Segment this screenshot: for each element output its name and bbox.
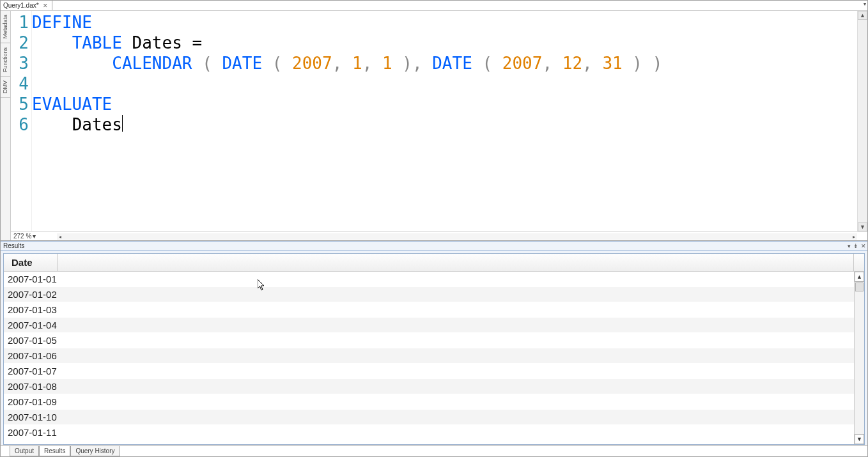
results-panel-title: Results bbox=[3, 242, 24, 249]
token-number: 2007 bbox=[292, 54, 332, 73]
results-panel-header: Results ▾ ⇟ ✕ bbox=[1, 241, 867, 251]
results-vertical-scrollbar[interactable]: ▲ ▼ bbox=[854, 272, 864, 444]
code-editor[interactable]: DEFINE TABLE Dates = CALENDAR ( DATE ( 2… bbox=[32, 11, 857, 231]
table-row[interactable]: 2007-01-04 bbox=[4, 318, 854, 333]
document-tab[interactable]: Query1.dax* ✕ bbox=[1, 1, 52, 10]
editor-view: 1 2 3 4 5 6 DEFINE TABLE Dates = CALENDA… bbox=[11, 11, 867, 231]
line-number: 3 bbox=[11, 53, 31, 74]
cell-date: 2007-01-04 bbox=[4, 320, 58, 330]
token-punct: ( bbox=[202, 54, 212, 73]
chevron-down-icon: ▾ bbox=[33, 233, 36, 240]
zoom-value: 272 % bbox=[13, 233, 31, 240]
tab-output[interactable]: Output bbox=[10, 446, 39, 456]
table-row[interactable]: 2007-01-10 bbox=[4, 410, 854, 425]
table-row[interactable]: 2007-01-09 bbox=[4, 394, 854, 410]
bottom-tab-bar: Output Results Query History bbox=[1, 445, 867, 456]
app-window: Query1.dax* ✕ ▾ Metadata Functions DMV 1… bbox=[0, 0, 868, 457]
panel-options-icon[interactable]: ▾ bbox=[848, 243, 851, 249]
table-row[interactable]: 2007-01-05 bbox=[4, 333, 854, 348]
token-number: 1 bbox=[352, 54, 362, 73]
cell-date: 2007-01-11 bbox=[4, 427, 58, 438]
results-panel-body: Date 2007-01-01 2007-01-02 2007-01-03 20… bbox=[1, 251, 867, 445]
cell-date: 2007-01-09 bbox=[4, 396, 58, 407]
results-grid-rows: 2007-01-01 2007-01-02 2007-01-03 2007-01… bbox=[4, 272, 854, 444]
token-number: 2007 bbox=[502, 54, 543, 73]
table-row[interactable]: 2007-01-07 bbox=[4, 364, 854, 379]
table-row[interactable]: 2007-01-01 bbox=[4, 272, 854, 287]
close-icon[interactable]: ✕ bbox=[42, 3, 49, 9]
column-header-empty bbox=[58, 254, 854, 271]
table-row[interactable]: 2007-01-08 bbox=[4, 379, 854, 394]
table-row[interactable]: 2007-01-02 bbox=[4, 287, 854, 302]
token-punct: ( bbox=[272, 54, 283, 73]
panel-close-icon[interactable]: ✕ bbox=[861, 243, 866, 249]
cell-date: 2007-01-10 bbox=[4, 412, 58, 422]
token-function: DATE bbox=[432, 54, 472, 73]
scroll-down-icon[interactable]: ▼ bbox=[855, 434, 864, 444]
token-keyword: EVALUATE bbox=[32, 95, 112, 114]
scroll-right-icon[interactable]: ▸ bbox=[851, 233, 857, 240]
panel-pin-icon[interactable]: ⇟ bbox=[853, 243, 858, 249]
line-number: 5 bbox=[11, 94, 31, 114]
header-scroll-spacer bbox=[854, 254, 864, 271]
table-row[interactable]: 2007-01-11 bbox=[4, 425, 854, 440]
cell-date: 2007-01-07 bbox=[4, 366, 58, 376]
editor-horizontal-scrollbar[interactable]: ◂ ▸ bbox=[57, 233, 857, 240]
side-tab-functions[interactable]: Functions bbox=[1, 43, 10, 77]
results-grid: Date 2007-01-01 2007-01-02 2007-01-03 20… bbox=[3, 253, 865, 445]
scroll-down-icon[interactable]: ▼ bbox=[858, 222, 867, 231]
editor-region: Metadata Functions DMV 1 2 3 4 5 6 DEFIN… bbox=[1, 11, 867, 241]
document-tab-title: Query1.dax* bbox=[3, 2, 39, 9]
editor-status-bar: 272 % ▾ ◂ ▸ bbox=[11, 231, 867, 240]
token-indent bbox=[32, 33, 72, 52]
token-keyword: DEFINE bbox=[32, 13, 92, 32]
line-number: 4 bbox=[11, 74, 31, 94]
scroll-thumb[interactable] bbox=[855, 283, 864, 291]
tab-overflow-dropdown[interactable]: ▾ bbox=[864, 1, 866, 7]
tab-results[interactable]: Results bbox=[39, 446, 70, 456]
token-keyword: TABLE bbox=[72, 33, 122, 52]
cell-date: 2007-01-08 bbox=[4, 381, 58, 392]
token-punct: ) bbox=[632, 54, 642, 73]
token-ident: Dates bbox=[72, 115, 122, 134]
token-indent bbox=[32, 54, 112, 73]
line-number: 1 bbox=[11, 12, 31, 33]
cell-date: 2007-01-05 bbox=[4, 335, 58, 346]
line-number: 6 bbox=[11, 114, 31, 135]
token-function: CALENDAR bbox=[112, 54, 192, 73]
table-row[interactable]: 2007-01-03 bbox=[4, 302, 854, 318]
token-number: 31 bbox=[602, 54, 622, 73]
cell-date: 2007-01-03 bbox=[4, 304, 58, 315]
cell-date: 2007-01-06 bbox=[4, 350, 58, 361]
editor-vertical-scrollbar[interactable]: ▲ ▼ bbox=[857, 11, 867, 231]
scroll-up-icon[interactable]: ▲ bbox=[855, 272, 864, 282]
results-grid-header: Date bbox=[4, 254, 864, 272]
table-row[interactable]: 2007-01-06 bbox=[4, 348, 854, 364]
text-cursor bbox=[122, 115, 123, 132]
editor-wrap: 1 2 3 4 5 6 DEFINE TABLE Dates = CALENDA… bbox=[11, 11, 867, 240]
tab-query-history[interactable]: Query History bbox=[70, 446, 120, 456]
document-tab-bar: Query1.dax* ✕ ▾ bbox=[1, 1, 867, 11]
token-function: DATE bbox=[222, 54, 262, 73]
token-indent bbox=[32, 115, 72, 134]
zoom-level[interactable]: 272 % ▾ bbox=[13, 233, 36, 240]
token-number: 1 bbox=[382, 54, 392, 73]
scroll-left-icon[interactable]: ◂ bbox=[57, 233, 63, 240]
side-tab-metadata[interactable]: Metadata bbox=[1, 11, 10, 43]
line-number: 2 bbox=[11, 33, 31, 53]
side-tool-tabs: Metadata Functions DMV bbox=[1, 11, 11, 240]
token-ident: Dates = bbox=[132, 33, 203, 52]
token-number: 12 bbox=[562, 54, 582, 73]
line-number-gutter: 1 2 3 4 5 6 bbox=[11, 11, 32, 231]
cell-date: 2007-01-02 bbox=[4, 289, 58, 300]
token-punct: ( bbox=[483, 54, 493, 73]
cell-date: 2007-01-01 bbox=[4, 274, 58, 284]
token-punct: ) bbox=[653, 54, 663, 73]
column-header-date[interactable]: Date bbox=[4, 254, 58, 271]
token-punct: ) bbox=[402, 54, 412, 73]
side-tab-dmv[interactable]: DMV bbox=[1, 77, 10, 98]
scroll-up-icon[interactable]: ▲ bbox=[858, 11, 867, 20]
